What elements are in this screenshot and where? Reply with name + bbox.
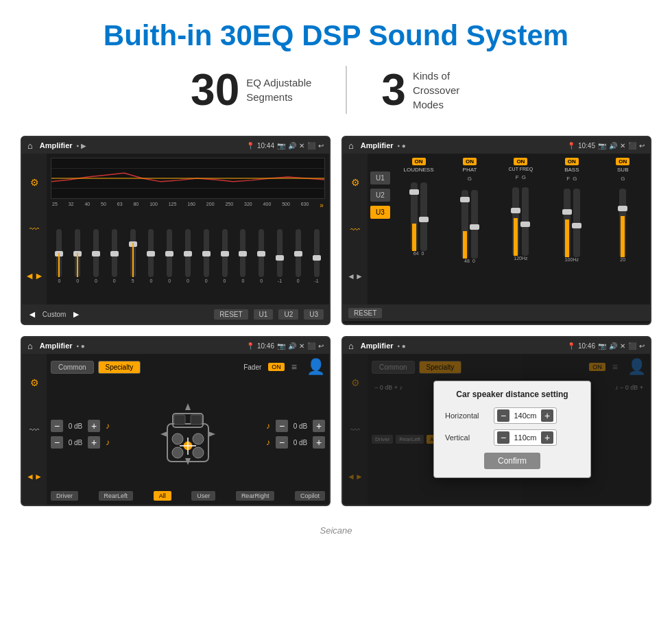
db-minus-2[interactable]: − xyxy=(276,420,288,432)
u3-crossover-btn[interactable]: U3 xyxy=(370,206,390,219)
crossover-content: ⚙ 〰 ◄► U1 U2 U3 ON LOUDNESS xyxy=(343,154,650,305)
volume-icon-3: 🔊 xyxy=(288,342,296,350)
user-btn[interactable]: User xyxy=(191,491,215,501)
db-plus-0[interactable]: + xyxy=(88,420,100,432)
all-btn[interactable]: All xyxy=(154,491,171,501)
bass-name: BASS xyxy=(564,167,579,173)
horizontal-minus-btn[interactable]: − xyxy=(497,409,509,422)
specialty-top-row: Common Specialty Fader ON ≡ 👤 xyxy=(51,358,325,376)
eq-slider-3[interactable]: 0 xyxy=(106,229,123,283)
dialog-title: Car speaker distance setting xyxy=(445,390,579,399)
crossover-channels: ON LOUDNESS 64 xyxy=(394,158,647,300)
svg-rect-6 xyxy=(174,415,185,425)
db-minus-1[interactable]: − xyxy=(51,436,63,449)
eq-sliders-row: 0 0 0 xyxy=(51,212,325,300)
eq-slider-1[interactable]: 0 xyxy=(69,229,86,283)
phat-name: PHAT xyxy=(463,167,477,173)
back-icon-4: ↩ xyxy=(639,342,645,350)
channel-bass: ON BASS FG 1 xyxy=(547,158,596,300)
eq-slider-12[interactable]: -1 xyxy=(272,229,289,283)
vertical-plus-btn[interactable]: + xyxy=(541,431,553,444)
eq-slider-10[interactable]: 0 xyxy=(235,229,252,283)
specialty-mode-btn[interactable]: Specialty xyxy=(98,361,141,374)
u1-btn[interactable]: U1 xyxy=(254,309,274,320)
expand-arrow[interactable]: » xyxy=(320,202,324,209)
bass-on-badge: ON xyxy=(565,158,579,165)
eq-slider-5[interactable]: 0 xyxy=(143,229,160,283)
eq-slider-4[interactable]: 5 xyxy=(124,229,141,283)
tune-icon-3[interactable]: ⚙ xyxy=(30,377,39,388)
bass-sliders[interactable] xyxy=(564,182,580,257)
reset-crossover-btn[interactable]: RESET xyxy=(348,308,382,318)
speaker-icon-0: ♪ xyxy=(106,421,110,431)
time-2: 10:45 xyxy=(578,142,595,150)
next-arrow[interactable]: ► xyxy=(71,309,81,320)
svg-point-10 xyxy=(172,447,183,458)
eq-slider-11[interactable]: 0 xyxy=(253,229,270,283)
horizontal-plus-btn[interactable]: + xyxy=(541,409,553,422)
car-diagram-svg xyxy=(154,396,222,472)
eq-wave-icon[interactable]: 〰 xyxy=(29,224,39,235)
crossover-sidebar: ⚙ 〰 ◄► xyxy=(343,154,368,305)
u-buttons: U1 U2 U3 xyxy=(370,158,390,300)
home-icon-3[interactable]: ⌂ xyxy=(27,341,33,351)
wave-icon-2[interactable]: 〰 xyxy=(350,224,360,235)
db-minus-0[interactable]: − xyxy=(51,420,63,432)
driver-btn[interactable]: Driver xyxy=(51,491,78,501)
volume-icon-4: 🔊 xyxy=(609,342,617,350)
copilot-btn[interactable]: Copilot xyxy=(295,491,325,501)
eq-slider-6[interactable]: 0 xyxy=(161,229,178,283)
back-icon-3: ↩ xyxy=(318,342,324,350)
home-icon-2[interactable]: ⌂ xyxy=(348,141,354,151)
rearright-btn[interactable]: RearRight xyxy=(236,491,275,501)
wave-icon-3[interactable]: 〰 xyxy=(29,425,39,436)
db-minus-3[interactable]: − xyxy=(276,436,288,449)
status-icons-4: 📍 10:46 📷 🔊 ✕ ⬛ ↩ xyxy=(567,342,645,350)
right-controls: ♪ − 0 dB + ♪ − 0 dB + xyxy=(266,381,325,487)
home-icon-4[interactable]: ⌂ xyxy=(348,341,354,351)
eq-slider-7[interactable]: 0 xyxy=(180,229,197,283)
freq-label-9: 200 xyxy=(206,202,215,209)
close-icon-1: ✕ xyxy=(299,142,304,150)
window-icon-1: ⬛ xyxy=(307,142,315,150)
reset-btn[interactable]: RESET xyxy=(214,309,248,320)
vol-icon-2[interactable]: ◄► xyxy=(347,272,363,281)
cutfreq-sliders[interactable] xyxy=(512,180,529,256)
fader-slider-icon[interactable]: ≡ xyxy=(291,361,297,372)
status-bar-2: ⌂ Amplifier ▪ ● 📍 10:45 📷 🔊 ✕ ⬛ ↩ xyxy=(343,137,650,154)
db-plus-2[interactable]: + xyxy=(313,420,325,432)
eq-graph xyxy=(51,158,325,199)
vol-icon-3[interactable]: ◄► xyxy=(26,472,43,481)
home-icon-1[interactable]: ⌂ xyxy=(27,141,33,151)
eq-vol-icon[interactable]: ◄► xyxy=(25,270,44,281)
eq-slider-9[interactable]: 0 xyxy=(216,229,233,283)
eq-slider-0[interactable]: 0 xyxy=(51,229,68,283)
status-icons-2: 📍 10:45 📷 🔊 ✕ ⬛ ↩ xyxy=(567,142,645,150)
eq-slider-14[interactable]: -1 xyxy=(308,229,325,283)
confirm-button[interactable]: Confirm xyxy=(484,453,540,469)
db-plus-3[interactable]: + xyxy=(313,436,325,449)
u2-btn[interactable]: U2 xyxy=(278,309,298,320)
phat-sliders[interactable] xyxy=(461,183,478,259)
db-val-2: 0 dB xyxy=(291,422,310,430)
channel-phat: ON PHAT G 48 xyxy=(445,158,494,300)
common-mode-btn[interactable]: Common xyxy=(51,361,94,374)
loudness-sliders[interactable] xyxy=(411,176,427,251)
sub-sliders[interactable] xyxy=(619,182,626,257)
u2-crossover-btn[interactable]: U2 xyxy=(370,189,390,202)
u1-crossover-btn[interactable]: U1 xyxy=(370,171,390,184)
eq-slider-13[interactable]: 0 xyxy=(289,229,307,283)
person-icon[interactable]: 👤 xyxy=(307,358,325,376)
freq-label-13: 500 xyxy=(282,202,290,209)
eq-slider-2[interactable]: 0 xyxy=(88,229,105,283)
eq-tune-icon[interactable]: ⚙ xyxy=(30,177,39,188)
tune-icon-2[interactable]: ⚙ xyxy=(351,177,360,188)
db-plus-1[interactable]: + xyxy=(88,436,100,449)
location-icon-2: 📍 xyxy=(567,142,575,150)
dialog-overlay: Car speaker distance setting Horizontal … xyxy=(343,354,650,505)
vertical-minus-btn[interactable]: − xyxy=(497,431,509,444)
prev-arrow[interactable]: ◄ xyxy=(27,309,37,320)
u3-btn[interactable]: U3 xyxy=(304,309,324,320)
rearleft-btn[interactable]: RearLeft xyxy=(99,491,134,501)
eq-slider-8[interactable]: 0 xyxy=(197,229,215,283)
